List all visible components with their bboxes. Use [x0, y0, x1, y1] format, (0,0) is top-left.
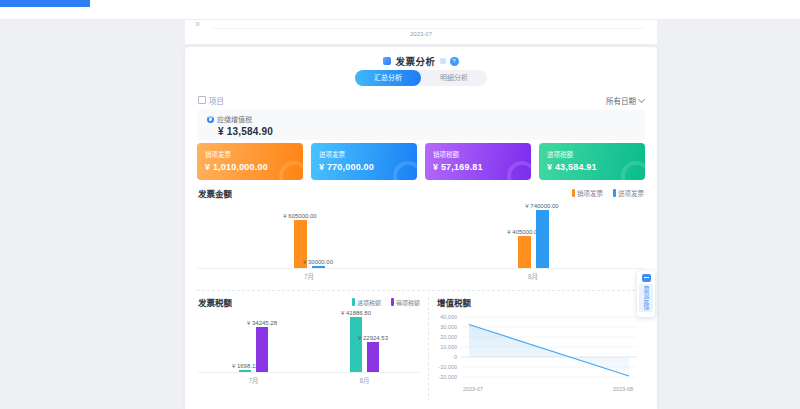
stat-card-input-tax: 进项税额 ¥ 43,584.91	[539, 143, 645, 180]
invoice-analysis-panel: 发票分析 ? 汇总分析 明细分析 项目 所有日期 应缴增值税 ¥ 13,584.…	[185, 47, 657, 409]
feedback-chat-icon	[642, 274, 651, 282]
svg-text:2023-08: 2023-08	[613, 386, 633, 392]
chevron-down-icon	[638, 95, 645, 102]
stat-card-output-invoice: 销项发票 ¥ 1,010,000.00	[197, 143, 303, 180]
svg-text:0: 0	[454, 354, 457, 360]
legend-swatch	[572, 189, 575, 197]
kpi-label: 应缴增值税	[217, 114, 252, 124]
bar-group: ¥ 605000.00¥ 30000.00	[294, 220, 325, 268]
bar-value-label: ¥ 1698.11	[232, 363, 258, 369]
project-icon	[198, 96, 206, 104]
chart-legend: 销项发票 进项发票	[572, 188, 644, 198]
bar-group: ¥ 405000.00¥ 740000.00	[518, 210, 549, 268]
section-divider	[197, 290, 645, 291]
invoice-amount-section-header: 发票金额 销项发票 进项发票	[198, 187, 644, 199]
svg-text:20,000: 20,000	[440, 334, 457, 340]
stat-card-label: 进项税额	[547, 149, 645, 159]
legend-label: 进项税额	[357, 298, 381, 307]
stat-cards: 销项发票 ¥ 1,010,000.00 进项发票 ¥ 770,000.00 销项…	[197, 143, 645, 180]
project-filter-label: 项目	[209, 95, 224, 106]
invoice-amount-bar-chart: ¥ 605000.00¥ 30000.00¥ 405000.00¥ 740000…	[197, 199, 645, 281]
invoice_amount-bar: ¥ 30000.00	[312, 266, 325, 268]
app-header-strip	[0, 0, 90, 7]
chart-legend: 进项税额 销项税额	[352, 298, 420, 307]
x-axis-label: 7月	[248, 375, 258, 385]
feedback-widget[interactable]: 意见反馈	[637, 271, 655, 317]
date-filter-label: 所有日期	[606, 95, 636, 106]
bar-value-label: ¥ 605000.00	[283, 213, 316, 219]
legend-label: 销项税额	[396, 298, 420, 307]
edit-icon[interactable]	[440, 58, 446, 64]
filter-bar: 项目 所有日期	[198, 93, 644, 107]
bar-group: ¥ 1698.11¥ 34245.28	[239, 327, 268, 372]
legend-swatch	[391, 298, 394, 306]
view-toggle: 汇总分析 明细分析	[355, 70, 487, 86]
x-axis-label: 7月	[304, 271, 314, 281]
x-axis-label: 8月	[359, 375, 369, 385]
legend-item-output-tax[interactable]: 销项税额	[391, 298, 420, 307]
invoice_tax-bar: ¥ 1698.11	[239, 370, 251, 372]
x-axis-label: 2023-07	[185, 31, 657, 37]
toggle-summary-analysis[interactable]: 汇总分析	[355, 70, 421, 86]
bar-value-label: ¥ 740000.00	[525, 203, 558, 209]
svg-text:30,000: 30,000	[440, 324, 457, 330]
column-divider	[428, 297, 429, 401]
invoice_tax-bar: ¥ 34245.28	[256, 327, 268, 372]
invoice_tax-bar: ¥ 41886.80	[350, 317, 362, 372]
svg-text:-10,000: -10,000	[438, 364, 457, 370]
svg-text:10,000: 10,000	[440, 344, 457, 350]
donut-chart-icon	[207, 116, 214, 123]
kpi-value: ¥ 13,584.90	[218, 126, 635, 137]
stat-card-input-invoice: 进项发票 ¥ 770,000.00	[311, 143, 417, 180]
svg-text:40,000: 40,000	[440, 314, 457, 320]
bookmark-icon	[383, 57, 391, 65]
vat-amount-line-chart: 40,00030,00020,00010,0000-10,000-20,0002…	[431, 303, 643, 405]
page-title: 发票分析	[395, 54, 435, 68]
gridline	[211, 28, 645, 29]
stat-card-label: 销项税额	[433, 149, 531, 159]
legend-swatch	[352, 298, 355, 306]
legend-swatch	[613, 189, 616, 197]
project-filter[interactable]: 项目	[198, 95, 224, 106]
bar-value-label: ¥ 34245.28	[247, 320, 277, 326]
svg-text:2023-07: 2023-07	[463, 386, 483, 392]
y-axis-tick: 0	[196, 21, 199, 27]
invoice_amount-bar: ¥ 405000.00	[518, 236, 531, 268]
feedback-label: 意见反馈	[639, 284, 653, 312]
stat-card-output-tax: 销项税额 ¥ 57,169.81	[425, 143, 531, 180]
stat-card-label: 进项发票	[319, 149, 417, 159]
legend-label: 进项发票	[618, 188, 644, 198]
date-range-filter[interactable]: 所有日期	[606, 95, 644, 106]
vat-payable-kpi: 应缴增值税 ¥ 13,584.90	[197, 110, 645, 140]
panel-header: 发票分析 ?	[185, 54, 657, 68]
scrolled-chart-remnant: 0 2023-07	[185, 20, 657, 44]
bar-value-label: ¥ 22924.53	[358, 335, 388, 341]
help-icon[interactable]: ?	[450, 57, 459, 66]
stat-card-label: 销项发票	[205, 149, 303, 159]
toggle-detail-analysis[interactable]: 明细分析	[421, 70, 487, 86]
section-title: 发票金额	[198, 187, 232, 199]
legend-item-input-tax[interactable]: 进项税额	[352, 298, 381, 307]
x-axis-label: 8月	[528, 271, 538, 281]
invoice_amount-bar: ¥ 740000.00	[536, 210, 549, 268]
legend-item-input-invoice[interactable]: 进项发票	[613, 188, 644, 198]
legend-label: 销项发票	[577, 188, 603, 198]
invoice-tax-bar-chart: ¥ 1698.11¥ 34245.28¥ 41886.80¥ 22924.537…	[198, 307, 420, 385]
top-nav-bar	[0, 0, 800, 20]
invoice_tax-bar: ¥ 22924.53	[367, 342, 379, 372]
bar-value-label: ¥ 41886.80	[341, 310, 371, 316]
svg-text:-20,000: -20,000	[438, 374, 457, 380]
bar-group: ¥ 41886.80¥ 22924.53	[350, 317, 379, 372]
bar-value-label: ¥ 30000.00	[303, 259, 333, 265]
legend-item-output-invoice[interactable]: 销项发票	[572, 188, 603, 198]
